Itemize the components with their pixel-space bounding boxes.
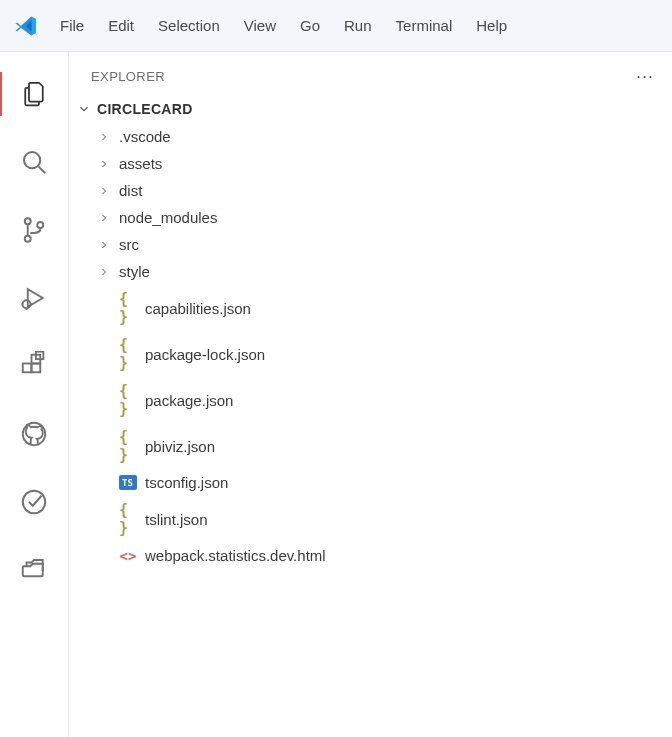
folder-row[interactable]: dist [69, 177, 672, 204]
project-name: CIRCLECARD [97, 101, 193, 117]
folders-icon [19, 555, 49, 585]
file-label: package-lock.json [145, 346, 265, 363]
explorer-sidebar: EXPLORER ··· CIRCLECARD .vscode assets d… [68, 52, 672, 737]
folder-row[interactable]: src [69, 231, 672, 258]
chevron-right-icon [97, 158, 111, 170]
menu-help[interactable]: Help [464, 11, 519, 40]
svg-point-4 [37, 222, 43, 228]
folder-label: src [119, 236, 139, 253]
file-label: tslint.json [145, 511, 208, 528]
folder-row[interactable]: node_modules [69, 204, 672, 231]
main-body: EXPLORER ··· CIRCLECARD .vscode assets d… [0, 52, 672, 737]
files-icon [19, 79, 49, 109]
file-row[interactable]: <> webpack.statistics.dev.html [69, 542, 672, 569]
json-icon: { } [119, 336, 137, 372]
file-label: package.json [145, 392, 233, 409]
menu-run[interactable]: Run [332, 11, 384, 40]
branch-icon [19, 215, 49, 245]
json-icon: { } [119, 501, 137, 537]
menu-file[interactable]: File [48, 11, 96, 40]
svg-point-2 [25, 218, 31, 224]
chevron-right-icon [97, 131, 111, 143]
chevron-right-icon [97, 239, 111, 251]
json-icon: { } [119, 428, 137, 464]
chevron-right-icon [97, 185, 111, 197]
search-icon [19, 147, 49, 177]
activity-task[interactable] [0, 468, 68, 536]
activity-run-debug[interactable] [0, 264, 68, 332]
folder-label: style [119, 263, 150, 280]
file-label: webpack.statistics.dev.html [145, 547, 326, 564]
svg-point-0 [24, 152, 40, 168]
chevron-right-icon [97, 266, 111, 278]
menubar: File Edit Selection View Go Run Terminal… [0, 0, 672, 52]
menu-edit[interactable]: Edit [96, 11, 146, 40]
svg-rect-10 [32, 364, 41, 373]
explorer-title: EXPLORER [91, 69, 165, 84]
chevron-right-icon [97, 212, 111, 224]
menu-view[interactable]: View [232, 11, 288, 40]
file-row[interactable]: { } pbiviz.json [69, 423, 672, 469]
ts-icon: TS [119, 475, 137, 490]
folder-label: .vscode [119, 128, 171, 145]
svg-rect-9 [23, 364, 32, 373]
activity-search[interactable] [0, 128, 68, 196]
activitybar [0, 52, 68, 737]
activity-source-control[interactable] [0, 196, 68, 264]
extensions-icon [19, 351, 49, 381]
folder-label: dist [119, 182, 142, 199]
menu-selection[interactable]: Selection [146, 11, 232, 40]
file-tree: .vscode assets dist node_modules src sty… [69, 121, 672, 571]
folder-label: node_modules [119, 209, 217, 226]
json-icon: { } [119, 290, 137, 326]
file-row[interactable]: { } tslint.json [69, 496, 672, 542]
file-label: capabilities.json [145, 300, 251, 317]
folder-row[interactable]: assets [69, 150, 672, 177]
svg-point-14 [23, 491, 46, 514]
folder-label: assets [119, 155, 162, 172]
menu-go[interactable]: Go [288, 11, 332, 40]
activity-explorer[interactable] [0, 60, 68, 128]
file-label: tsconfig.json [145, 474, 228, 491]
folder-row[interactable]: .vscode [69, 123, 672, 150]
more-actions-icon[interactable]: ··· [636, 66, 654, 87]
explorer-header: EXPLORER ··· [69, 52, 672, 97]
svg-line-1 [38, 166, 45, 173]
html-icon: <> [119, 548, 137, 564]
activity-extensions[interactable] [0, 332, 68, 400]
file-row[interactable]: { } package-lock.json [69, 331, 672, 377]
task-check-icon [19, 487, 49, 517]
json-icon: { } [119, 382, 137, 418]
file-row[interactable]: { } package.json [69, 377, 672, 423]
activity-github[interactable] [0, 400, 68, 468]
github-icon [19, 419, 49, 449]
project-root-row[interactable]: CIRCLECARD [69, 97, 672, 121]
file-row[interactable]: TS tsconfig.json [69, 469, 672, 496]
folder-row[interactable]: style [69, 258, 672, 285]
menu-terminal[interactable]: Terminal [384, 11, 465, 40]
file-label: pbiviz.json [145, 438, 215, 455]
activity-folders[interactable] [0, 536, 68, 604]
debug-icon [19, 283, 49, 313]
vscode-logo-icon [4, 14, 48, 38]
svg-point-3 [25, 236, 31, 242]
chevron-down-icon [77, 102, 91, 116]
file-row[interactable]: { } capabilities.json [69, 285, 672, 331]
svg-point-5 [23, 300, 31, 308]
